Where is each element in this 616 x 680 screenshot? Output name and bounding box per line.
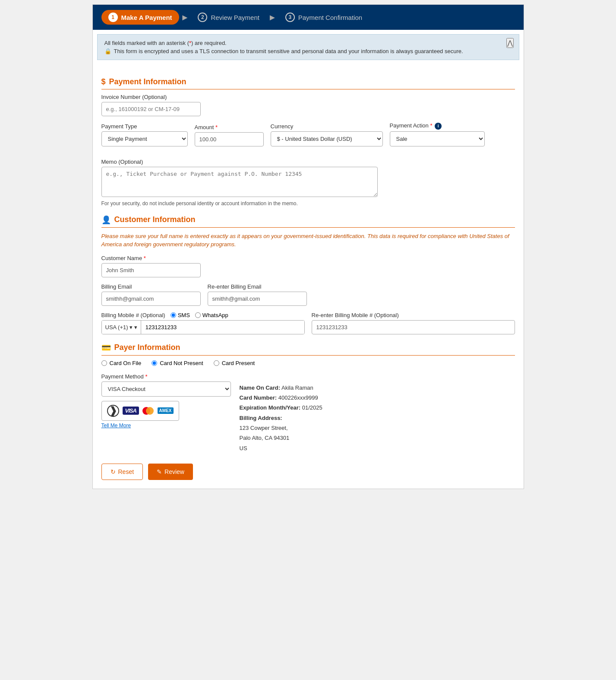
reenter-email-label: Re-enter Billing Email bbox=[208, 283, 307, 290]
card-present-text: Card Present bbox=[222, 360, 255, 366]
lock-icon: 🔒 bbox=[104, 48, 111, 54]
checkout-icon: ❱ bbox=[107, 405, 119, 417]
billing-email-group: Billing Email bbox=[101, 283, 201, 306]
step1-label: Make A Payment bbox=[121, 14, 172, 21]
expiration-line: Expiration Month/Year: 01/2025 bbox=[240, 403, 322, 413]
billing-email-label: Billing Email bbox=[101, 283, 201, 290]
tell-me-more-link[interactable]: Tell Me More bbox=[101, 423, 231, 429]
card-on-file-radio[interactable] bbox=[101, 360, 107, 366]
card-type-radio-row: Card On File Card Not Present Card Prese… bbox=[101, 360, 515, 366]
arrow-2: ► bbox=[268, 13, 277, 22]
checkout-logo: ❱ bbox=[107, 405, 119, 417]
payer-info-section-header: 💳 Payer Information bbox=[101, 343, 515, 356]
payment-type-group: Payment Type Single Payment bbox=[101, 123, 188, 146]
billing-email-input[interactable] bbox=[101, 292, 201, 306]
mastercard-logo bbox=[142, 407, 154, 415]
arrow-1: ► bbox=[181, 13, 190, 22]
stepper: 1 Make A Payment ► 2 Review Payment ► 3 … bbox=[93, 5, 524, 30]
security-note-text: This form is encrypted and uses a TLS co… bbox=[114, 48, 463, 54]
mobile-input[interactable] bbox=[141, 321, 304, 334]
mobile-label-row: Billing Mobile # (Optional) SMS WhatsApp bbox=[101, 312, 305, 318]
whatsapp-radio[interactable] bbox=[195, 312, 201, 318]
visa-logo: VISA bbox=[123, 407, 139, 415]
review-label: Review bbox=[164, 468, 184, 475]
reenter-mobile-group: Re-enter Billing Mobile # (Optional) bbox=[312, 312, 515, 334]
payment-action-label: Payment Action * i bbox=[390, 122, 485, 130]
amex-logo: AMEX bbox=[158, 407, 174, 414]
currency-select[interactable]: $ - United States Dollar (USD) bbox=[271, 131, 383, 146]
phone-row: Billing Mobile # (Optional) SMS WhatsApp… bbox=[101, 312, 515, 334]
card-number-line: Card Number: 400226xxx9999 bbox=[240, 393, 322, 403]
payment-info-section-header: $ Payment Information bbox=[101, 77, 515, 89]
reenter-mobile-label: Re-enter Billing Mobile # (Optional) bbox=[312, 312, 515, 318]
memo-security-note: For your security, do not include person… bbox=[101, 200, 515, 207]
card-not-present-label: Card Not Present bbox=[152, 360, 203, 366]
billing-address-line3: US bbox=[240, 443, 322, 453]
payer-info-title: Payer Information bbox=[114, 343, 180, 352]
payment-details-row: Payment Type Single Payment Amount * Cur… bbox=[101, 122, 515, 153]
card-name-value: Akila Raman bbox=[281, 384, 313, 391]
reenter-mobile-input[interactable] bbox=[312, 320, 515, 334]
collapse-button[interactable]: ⋀ bbox=[506, 38, 514, 48]
mobile-group: Billing Mobile # (Optional) SMS WhatsApp… bbox=[101, 312, 305, 334]
card-icon: 💳 bbox=[101, 343, 111, 353]
amount-group: Amount * bbox=[195, 124, 264, 146]
payment-info-title: Payment Information bbox=[109, 77, 186, 86]
phone-country-selector[interactable]: USA (+1) ▾ bbox=[102, 321, 141, 334]
reenter-email-input[interactable] bbox=[208, 292, 307, 306]
card-info-box: Name On Card: Akila Raman Card Number: 4… bbox=[240, 383, 322, 454]
security-note: 🔒 This form is encrypted and uses a TLS … bbox=[104, 48, 512, 54]
currency-label: Currency bbox=[271, 123, 383, 130]
expiration-value: 01/2025 bbox=[302, 404, 322, 411]
sms-radio-label: SMS bbox=[171, 312, 190, 318]
step-2[interactable]: 2 Review Payment bbox=[191, 10, 266, 25]
info-box: ⋀ All fields marked with an asterisk (*)… bbox=[97, 34, 519, 60]
mobile-label: Billing Mobile # (Optional) bbox=[101, 312, 165, 318]
card-not-present-radio[interactable] bbox=[152, 360, 157, 366]
card-on-file-label: Card On File bbox=[101, 360, 142, 366]
payment-method-left: Payment Method * VISA Checkout ❱ VISA AM… bbox=[101, 373, 231, 429]
step2-label: Review Payment bbox=[211, 14, 259, 21]
payment-type-select[interactable]: Single Payment bbox=[101, 131, 188, 146]
memo-label: Memo (Optional) bbox=[101, 159, 515, 165]
step3-label: Payment Confirmation bbox=[298, 14, 362, 21]
reset-icon: ↻ bbox=[111, 468, 116, 475]
required-note: All fields marked with an asterisk (*) a… bbox=[104, 40, 512, 46]
dollar-icon: $ bbox=[101, 77, 106, 86]
customer-name-input[interactable] bbox=[101, 263, 201, 277]
invoice-group: Invoice Number (Optional) bbox=[101, 94, 515, 116]
sms-radio[interactable] bbox=[171, 312, 176, 318]
card-on-file-text: Card On File bbox=[110, 360, 142, 366]
billing-address-line1: 123 Cowper Street, bbox=[240, 423, 322, 433]
payment-method-row: Payment Method * VISA Checkout ❱ VISA AM… bbox=[101, 373, 515, 454]
memo-group: Memo (Optional) For your security, do no… bbox=[101, 159, 515, 207]
step3-circle: 3 bbox=[285, 13, 295, 22]
card-name-line: Name On Card: Akila Raman bbox=[240, 383, 322, 393]
phone-input-wrap: USA (+1) ▾ bbox=[101, 320, 305, 334]
card-not-present-text: Card Not Present bbox=[160, 360, 203, 366]
payment-action-info-icon[interactable]: i bbox=[435, 123, 442, 130]
review-button[interactable]: ✎ Review bbox=[148, 464, 193, 480]
compliance-note: Please make sure your full name is enter… bbox=[101, 232, 515, 249]
reenter-email-group: Re-enter Billing Email bbox=[208, 283, 307, 306]
button-row: ↻ Reset ✎ Review bbox=[101, 464, 515, 480]
reset-button[interactable]: ↻ Reset bbox=[101, 464, 143, 480]
card-number-value: 400226xxx9999 bbox=[278, 394, 318, 401]
payment-method-select[interactable]: VISA Checkout bbox=[101, 381, 231, 397]
billing-address-label: Billing Address: bbox=[240, 415, 282, 421]
memo-textarea[interactable] bbox=[101, 167, 378, 197]
card-number-label: Card Number: bbox=[240, 394, 277, 401]
payment-method-label: Payment Method * bbox=[101, 373, 231, 380]
review-icon: ✎ bbox=[157, 468, 162, 475]
card-present-radio[interactable] bbox=[214, 360, 219, 366]
invoice-input[interactable] bbox=[101, 102, 201, 116]
amount-input[interactable] bbox=[195, 132, 264, 146]
step-3[interactable]: 3 Payment Confirmation bbox=[278, 10, 369, 25]
expiration-label: Expiration Month/Year: bbox=[240, 404, 301, 411]
reset-label: Reset bbox=[118, 468, 134, 475]
payment-type-label: Payment Type bbox=[101, 123, 188, 130]
customer-info-title: Customer Information bbox=[114, 215, 196, 224]
person-icon: 👤 bbox=[101, 215, 111, 225]
step-1[interactable]: 1 Make A Payment bbox=[101, 10, 179, 25]
payment-action-select[interactable]: Sale bbox=[390, 131, 485, 146]
